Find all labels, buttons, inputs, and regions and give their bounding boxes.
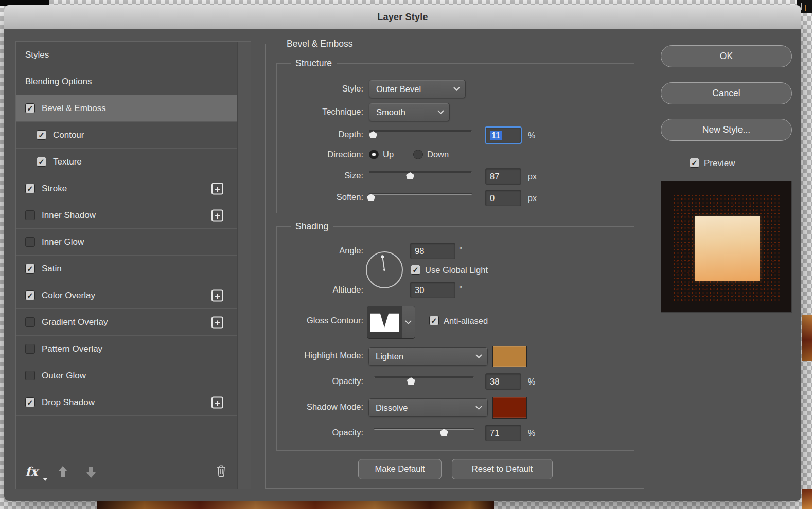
item-checkbox[interactable] xyxy=(25,371,35,380)
slider-thumb[interactable] xyxy=(369,131,377,138)
item-checkbox[interactable] xyxy=(25,237,35,247)
chevron-down-icon xyxy=(475,354,482,358)
sidebar-item[interactable]: Styles xyxy=(16,42,238,68)
shadow-opacity-unit: % xyxy=(528,428,535,439)
arrow-up-icon xyxy=(57,465,68,478)
sidebar-item[interactable]: Pattern Overlay xyxy=(16,336,238,362)
delete-effect-button[interactable] xyxy=(216,465,226,479)
highlight-mode-select[interactable]: Lighten xyxy=(368,347,488,366)
styles-sidebar: Styles Blending Options Bevel & Emboss C… xyxy=(15,41,251,489)
highlight-color-swatch[interactable] xyxy=(492,346,527,367)
dialog-title: Layer Style xyxy=(377,12,428,23)
preview-checkbox[interactable] xyxy=(690,158,699,168)
sidebar-list: Styles Blending Options Bevel & Emboss C… xyxy=(16,42,238,416)
depth-slider[interactable] xyxy=(369,128,472,139)
gloss-contour-thumbnail[interactable] xyxy=(367,306,402,338)
anti-aliased-checkbox[interactable] xyxy=(429,316,439,325)
sidebar-scrollbar[interactable] xyxy=(237,42,251,489)
altitude-input[interactable]: 30 xyxy=(410,282,455,298)
highlight-opacity-input[interactable]: 38 xyxy=(485,373,521,390)
direction-radio-down[interactable] xyxy=(413,150,423,159)
direction-down-label: Down xyxy=(427,149,449,160)
dialog-titlebar: Layer Style xyxy=(4,5,801,29)
item-label: Stroke xyxy=(42,184,67,194)
style-select[interactable]: Outer Bevel xyxy=(369,80,466,98)
anti-aliased-label: Anti-aliased xyxy=(444,316,488,326)
ok-button[interactable]: OK xyxy=(661,45,792,67)
shadow-opacity-label: Opacity: xyxy=(255,427,363,438)
shadow-opacity-slider[interactable] xyxy=(374,426,474,437)
sidebar-item[interactable]: Satin xyxy=(16,256,238,282)
size-input[interactable]: 87 xyxy=(485,168,521,185)
use-global-light-checkbox[interactable] xyxy=(411,265,420,275)
item-label: Contour xyxy=(53,130,84,140)
sidebar-item[interactable]: Contour xyxy=(16,122,238,149)
slider-thumb[interactable] xyxy=(440,429,448,436)
cancel-button[interactable]: Cancel xyxy=(661,82,792,104)
sidebar-item[interactable]: Blending Options xyxy=(16,68,238,95)
item-checkbox[interactable] xyxy=(37,157,46,167)
shading-group xyxy=(276,226,634,451)
altitude-unit: ° xyxy=(459,284,462,295)
highlight-opacity-value: 38 xyxy=(490,377,499,387)
sidebar-item[interactable]: Drop Shadow + xyxy=(16,389,238,416)
shadow-opacity-input[interactable]: 71 xyxy=(485,425,521,441)
item-checkbox[interactable] xyxy=(25,397,35,407)
sidebar-item[interactable]: Inner Glow xyxy=(16,229,238,256)
item-checkbox[interactable] xyxy=(25,264,35,274)
sidebar-item[interactable]: Texture xyxy=(16,149,238,175)
item-label: Outer Glow xyxy=(42,371,86,381)
gloss-contour-dropdown-button[interactable] xyxy=(402,306,415,338)
direction-radio-up[interactable] xyxy=(369,150,379,159)
technique-select[interactable]: Smooth xyxy=(369,103,450,121)
item-checkbox[interactable] xyxy=(25,210,35,220)
item-checkbox[interactable] xyxy=(25,344,35,354)
soften-input[interactable]: 0 xyxy=(485,190,521,206)
sidebar-footer: fx xyxy=(16,462,238,487)
sidebar-item[interactable]: Outer Glow xyxy=(16,362,238,389)
new-style-button[interactable]: New Style... xyxy=(661,119,792,141)
item-checkbox[interactable] xyxy=(25,184,35,193)
sidebar-item[interactable]: Bevel & Emboss xyxy=(16,95,238,122)
move-effect-up-button[interactable] xyxy=(57,465,68,480)
sidebar-item[interactable]: Inner Shadow + xyxy=(16,202,238,229)
slider-track xyxy=(374,376,474,378)
technique-select-value: Smooth xyxy=(376,107,405,117)
add-instance-button[interactable]: + xyxy=(211,183,223,194)
panel-title: Bevel & Emboss xyxy=(282,38,357,49)
size-slider[interactable] xyxy=(369,169,472,180)
sidebar-item[interactable]: Color Overlay + xyxy=(16,282,238,309)
angle-input[interactable]: 98 xyxy=(410,243,455,259)
sidebar-item[interactable]: Stroke + xyxy=(16,175,238,202)
fx-menu-button[interactable]: fx xyxy=(25,464,38,479)
move-effect-down-button[interactable] xyxy=(85,466,97,481)
make-default-button[interactable]: Make Default xyxy=(358,459,442,479)
soften-unit: px xyxy=(528,193,537,204)
item-checkbox[interactable] xyxy=(25,103,35,113)
item-checkbox[interactable] xyxy=(25,317,35,327)
preview-layer-square xyxy=(695,216,760,281)
add-instance-button[interactable]: + xyxy=(211,396,223,408)
gloss-contour-picker[interactable] xyxy=(367,306,415,339)
preview-label: Preview xyxy=(704,158,735,169)
slider-track xyxy=(369,130,472,132)
reset-to-default-button[interactable]: Reset to Default xyxy=(452,459,553,479)
add-instance-button[interactable]: + xyxy=(211,316,223,328)
highlight-opacity-slider[interactable] xyxy=(374,374,474,386)
item-checkbox[interactable] xyxy=(37,130,46,140)
slider-thumb[interactable] xyxy=(406,172,414,179)
sidebar-item[interactable]: Gradient Overlay + xyxy=(16,309,238,336)
fx-menu-caret-icon xyxy=(43,478,48,481)
item-checkbox[interactable] xyxy=(25,290,35,300)
soften-slider[interactable] xyxy=(369,191,472,202)
depth-input[interactable]: 11 xyxy=(485,127,521,143)
shadow-color-swatch[interactable] xyxy=(492,397,527,419)
angle-dial[interactable] xyxy=(366,251,403,288)
add-instance-button[interactable]: + xyxy=(211,289,223,301)
add-instance-button[interactable]: + xyxy=(211,209,223,221)
slider-thumb[interactable] xyxy=(407,377,415,385)
angle-dial-center xyxy=(383,269,385,271)
chevron-down-icon xyxy=(475,406,482,410)
shadow-mode-select[interactable]: Dissolve xyxy=(368,398,488,417)
size-label: Size: xyxy=(255,170,363,181)
